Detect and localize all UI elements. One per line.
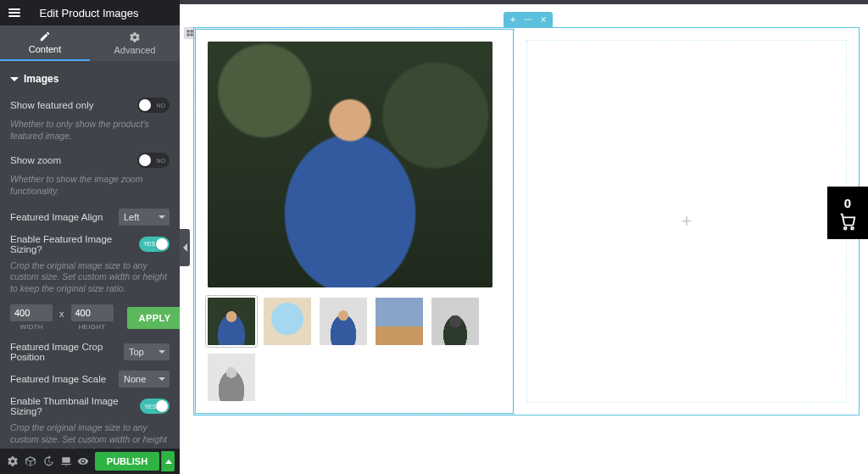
- add-widget-button[interactable]: +: [682, 210, 693, 232]
- caret-up-icon: [165, 460, 172, 464]
- chevron-down-icon: [159, 215, 165, 219]
- control-enable-featured-sizing: Enable Featured Image Sizing? YES: [10, 230, 170, 259]
- sidebar-footer: PUBLISH: [0, 449, 180, 474]
- section[interactable]: +: [193, 27, 860, 415]
- desc-enable-thumb-sizing: Crop the original image size to any cust…: [10, 421, 170, 449]
- control-show-featured-only: Show featured only NO: [10, 93, 170, 117]
- control-enable-thumb-sizing: Enable Thumbnail Image Sizing? YES: [10, 392, 170, 421]
- select-featured-align[interactable]: Left: [119, 209, 170, 226]
- thumbnail[interactable]: [208, 354, 255, 401]
- caret-down-icon: [10, 77, 19, 81]
- chevron-left-icon: [183, 243, 187, 252]
- responsive-icon[interactable]: [58, 451, 74, 471]
- menu-icon[interactable]: [8, 12, 20, 14]
- edit-section-icon[interactable]: [524, 15, 532, 24]
- svg-point-2: [530, 19, 531, 20]
- publish-button[interactable]: PUBLISH: [95, 452, 159, 471]
- thumbnail-row: [208, 298, 501, 401]
- tab-advanced[interactable]: Advanced: [90, 25, 180, 61]
- tab-content[interactable]: Content: [0, 25, 90, 61]
- canvas-topbar: [180, 0, 868, 4]
- column-left[interactable]: [194, 28, 515, 415]
- thumbnail[interactable]: [208, 298, 255, 345]
- thumbnail[interactable]: [376, 298, 423, 345]
- control-crop-position: Featured Image Crop Position Top: [10, 337, 170, 366]
- desc-show-zoom: Whether to show the image zoom functiona…: [10, 172, 170, 204]
- cart-count: 0: [844, 196, 851, 210]
- controls-panel: Images Show featured only NO Whether to …: [0, 61, 180, 449]
- delete-section-icon[interactable]: [539, 15, 548, 24]
- thumbnail[interactable]: [264, 298, 311, 345]
- product-images-widget[interactable]: [195, 29, 514, 414]
- cart-button[interactable]: 0: [827, 187, 868, 239]
- preview-icon[interactable]: [75, 451, 92, 471]
- select-crop-position[interactable]: Top: [124, 343, 170, 360]
- toggle-enable-thumb-sizing[interactable]: YES: [140, 399, 170, 414]
- featured-dimensions: WIDTH x HEIGHT APPLY: [10, 301, 170, 331]
- section-images[interactable]: Images: [10, 61, 170, 93]
- chevron-down-icon: [159, 350, 165, 354]
- panel-tabs: Content Advanced: [0, 25, 180, 61]
- select-scale[interactable]: None: [119, 371, 170, 388]
- control-scale: Featured Image Scale None: [10, 366, 170, 392]
- thumbnail[interactable]: [320, 298, 367, 345]
- desc-enable-featured-sizing: Crop the original image size to any cust…: [10, 259, 170, 302]
- editor-canvas: +: [193, 27, 860, 415]
- editor-sidebar: Edit Product Images Content Advanced Ima…: [0, 0, 180, 474]
- toggle-show-zoom[interactable]: NO: [137, 153, 170, 168]
- desc-show-featured-only: Whether to only show the product's featu…: [10, 117, 170, 148]
- input-featured-height[interactable]: [71, 304, 114, 321]
- svg-point-1: [527, 19, 529, 20]
- sidebar-header: Edit Product Images: [0, 0, 180, 25]
- chevron-down-icon: [159, 377, 165, 381]
- svg-point-4: [851, 226, 854, 229]
- apply-featured-button[interactable]: APPLY: [127, 307, 181, 329]
- collapse-sidebar-button[interactable]: [180, 229, 190, 266]
- add-section-icon[interactable]: [509, 15, 517, 24]
- pencil-icon: [39, 31, 51, 42]
- control-show-zoom: Show zoom NO: [10, 148, 170, 172]
- cart-icon: [838, 212, 857, 231]
- thumbnail[interactable]: [431, 298, 479, 345]
- history-icon[interactable]: [41, 451, 57, 471]
- dimension-x: x: [59, 309, 64, 327]
- toggle-enable-featured-sizing[interactable]: YES: [139, 237, 170, 252]
- settings-icon[interactable]: [5, 451, 21, 471]
- svg-point-3: [844, 226, 847, 229]
- publish-options-button[interactable]: [161, 451, 175, 471]
- gear-icon: [129, 31, 141, 43]
- input-featured-width[interactable]: [10, 304, 53, 321]
- toggle-show-featured-only[interactable]: NO: [137, 98, 170, 113]
- svg-point-0: [525, 19, 526, 20]
- section-controls: [504, 12, 553, 27]
- panel-title: Edit Product Images: [39, 7, 138, 20]
- featured-image[interactable]: [208, 42, 492, 287]
- control-featured-align: Featured Image Align Left: [10, 204, 170, 230]
- column-right[interactable]: +: [526, 40, 847, 403]
- navigator-icon[interactable]: [23, 451, 39, 471]
